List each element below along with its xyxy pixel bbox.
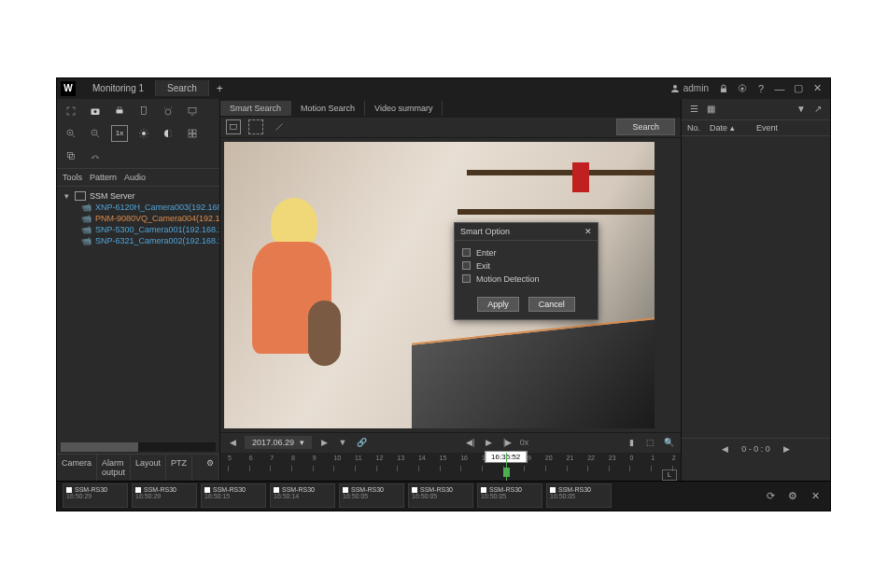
tree-camera[interactable]: 📹 XNP-6120H_Camera003(192.168.1. [64, 202, 218, 213]
subtab-pattern[interactable]: Pattern [90, 173, 117, 182]
col-event[interactable]: Event [756, 123, 778, 133]
app-window: W Monitoring 1 Search + admin ? — ▢ ✕ [56, 77, 831, 511]
tab-smart-search[interactable]: Smart Search [220, 101, 291, 116]
date-prev-icon[interactable]: ◀ [226, 438, 239, 447]
svg-rect-1 [721, 88, 726, 92]
tab-motion-search[interactable]: Motion Search [291, 101, 365, 116]
draw-region-icon[interactable] [248, 119, 263, 134]
date-selector[interactable]: 2017.06.29 ▾ [245, 436, 312, 449]
strip-close-icon[interactable]: ✕ [809, 489, 822, 502]
draw-line-icon[interactable] [271, 119, 288, 135]
dewarp-icon[interactable] [87, 147, 104, 164]
svg-rect-20 [231, 125, 237, 130]
thumbnail-item[interactable]: SSM-RS3016:50:05 [546, 483, 612, 508]
tree-camera[interactable]: 📹 SNP-5300_Camera001(192.168.10 [64, 224, 218, 235]
tree-scrollbar[interactable] [61, 442, 216, 452]
option-exit[interactable]: Exit [462, 259, 590, 273]
timeline-marker[interactable] [506, 453, 507, 481]
zoom-out-icon[interactable] [87, 125, 104, 142]
date-next-icon[interactable]: ▶ [317, 438, 331, 447]
tree-server[interactable]: ▾ SSM Server [64, 190, 218, 202]
pager-prev-icon[interactable]: ◀ [722, 444, 728, 454]
step-back-icon[interactable]: ◀| [464, 438, 477, 447]
subtab-tools[interactable]: Tools [63, 173, 82, 182]
alarm-icon[interactable] [160, 103, 176, 119]
subtab-audio[interactable]: Audio [124, 173, 146, 182]
refresh-icon[interactable]: ⟳ [764, 489, 777, 502]
btab-camera[interactable]: Camera [57, 455, 97, 481]
smart-option-dialog: Smart Option ✕ Enter Exit Motion Detecti… [454, 222, 598, 320]
thumbnail-strip: SSM-RS3016:50:29SSM-RS3016:50:29SSM-RS30… [57, 481, 830, 511]
center-panel: Smart Search Motion Search Video summary… [220, 99, 681, 481]
tab-video-summary[interactable]: Video summary [365, 101, 443, 116]
print-icon[interactable] [111, 103, 128, 119]
filter-icon[interactable]: ▼ [336, 438, 349, 447]
right-panel: ☰ ▦ ▼ ↗ No. Date ▴ Event ◀ 0 - 0 : 0 ▶ [681, 99, 830, 481]
pager-next-icon[interactable]: ▶ [783, 444, 790, 454]
export-icon[interactable]: ⬚ [643, 438, 656, 447]
zoom-in-icon[interactable] [63, 125, 79, 142]
bookmark-small-icon[interactable]: ▮ [625, 438, 638, 447]
zoom-reset-button[interactable]: 1x [111, 125, 128, 142]
col-no[interactable]: No. [687, 123, 710, 133]
btab-layout[interactable]: Layout [131, 455, 166, 481]
thumbnail-item[interactable]: SSM-RS3016:50:05 [477, 483, 542, 508]
list-view-icon[interactable]: ☰ [687, 103, 700, 116]
add-tab-button[interactable]: + [209, 79, 231, 98]
export-right-icon[interactable]: ↗ [811, 103, 824, 116]
svg-rect-5 [117, 109, 123, 113]
thumbnail-item[interactable]: SSM-RS3016:50:05 [408, 483, 473, 508]
fullscreen-icon[interactable] [63, 103, 79, 119]
draw-rect-icon[interactable] [226, 119, 241, 134]
dialog-close-icon[interactable]: ✕ [584, 227, 592, 236]
thumbnail-item[interactable]: SSM-RS3016:50:15 [201, 483, 266, 508]
contrast-icon[interactable] [160, 125, 176, 142]
timeline[interactable]: 567891011121314151617181920212223012 16:… [220, 453, 681, 481]
grid-icon[interactable] [184, 125, 201, 142]
top-tab-search[interactable]: Search [156, 80, 209, 96]
filter-right-icon[interactable]: ▼ [795, 103, 808, 116]
tree-camera[interactable]: 📹 PNM-9080VQ_Camera004(192.168 [64, 213, 218, 224]
svg-point-8 [165, 109, 171, 115]
cancel-button[interactable]: Cancel [528, 297, 575, 312]
video-viewport[interactable]: Smart Option ✕ Enter Exit Motion Detecti… [220, 138, 681, 432]
grid-view-icon[interactable]: ▦ [704, 103, 717, 116]
tool-palette: 1x [57, 99, 219, 169]
tree-camera[interactable]: 📹 SNP-6321_Camera002(192.168.1.1 [64, 235, 218, 246]
gear-small-icon[interactable]: ⚙ [202, 455, 219, 481]
btab-alarm[interactable]: Alarm output [97, 455, 131, 481]
bookmark-icon[interactable] [135, 103, 152, 119]
monitor-icon[interactable] [184, 103, 201, 119]
snapshot-icon[interactable] [87, 103, 104, 119]
lock-icon[interactable] [717, 82, 730, 95]
copy-icon[interactable] [63, 147, 79, 164]
play-icon[interactable]: ▶ [483, 438, 496, 447]
thumbnail-item[interactable]: SSM-RS3016:50:14 [270, 483, 335, 508]
option-motion[interactable]: Motion Detection [462, 273, 590, 286]
help-icon[interactable]: ? [754, 82, 767, 95]
apply-button[interactable]: Apply [477, 297, 519, 312]
btab-ptz[interactable]: PTZ [166, 455, 192, 481]
thumbnail-item[interactable]: SSM-RS3016:50:29 [132, 483, 197, 508]
step-forward-icon[interactable]: |▶ [501, 438, 514, 447]
top-tab-monitoring[interactable]: Monitoring 1 [81, 80, 156, 96]
close-icon[interactable]: ✕ [810, 82, 824, 95]
brightness-icon[interactable] [135, 125, 152, 142]
gear-icon[interactable] [736, 82, 749, 95]
maximize-icon[interactable]: ▢ [792, 82, 805, 95]
svg-point-4 [94, 110, 97, 113]
minimize-icon[interactable]: — [773, 82, 786, 95]
event-list-header: No. Date ▴ Event [682, 119, 830, 136]
search-small-icon[interactable]: 🔍 [662, 438, 675, 447]
thumbnail-item[interactable]: SSM-RS3016:50:29 [63, 483, 128, 508]
server-icon [75, 191, 86, 201]
titlebar: W Monitoring 1 Search + admin ? — ▢ ✕ [57, 78, 830, 99]
strip-gear-icon[interactable]: ⚙ [786, 489, 799, 502]
option-enter[interactable]: Enter [462, 246, 590, 259]
search-button[interactable]: Search [616, 119, 675, 135]
user-label[interactable]: admin [669, 83, 709, 94]
thumbnail-item[interactable]: SSM-RS3016:50:05 [339, 483, 404, 508]
timeline-zoom-button[interactable]: L [662, 469, 677, 481]
link-icon[interactable]: 🔗 [355, 438, 368, 447]
col-date[interactable]: Date ▴ [710, 123, 756, 133]
